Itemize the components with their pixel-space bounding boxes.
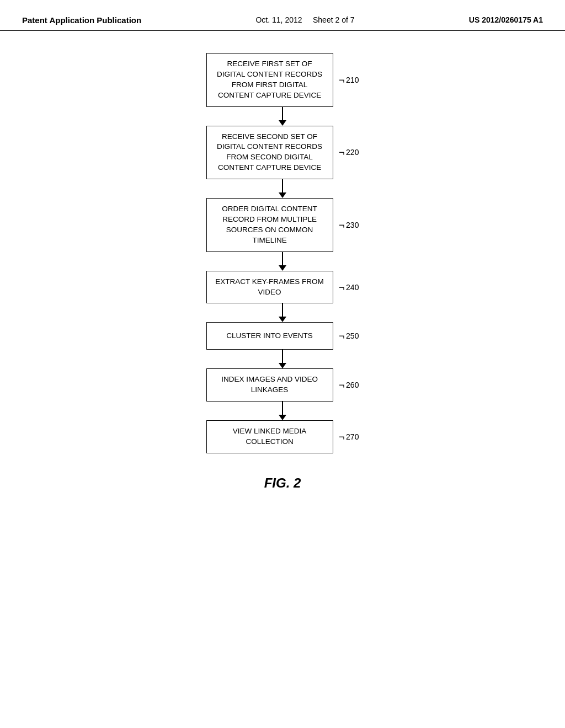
header-patent-number: US 2012/0260175 A1	[469, 15, 543, 24]
corner-mark-220: ⌐	[339, 147, 345, 157]
arrow-line-6	[282, 402, 283, 415]
arrow-head-5	[279, 363, 286, 368]
step-row-230: ORDER DIGITAL CONTENT RECORD FROM MULTIP…	[167, 198, 398, 252]
arrow-2	[279, 179, 286, 198]
step-ref-210: ⌐ 210	[339, 75, 359, 85]
corner-mark-210: ⌐	[339, 75, 345, 85]
step-ref-260: ⌐ 260	[339, 380, 359, 390]
step-row-210: RECEIVE FIRST SET OF DIGITAL CONTENT REC…	[167, 53, 398, 107]
page-header: Patent Application Publication Oct. 11, …	[0, 0, 565, 31]
diagram-area: RECEIVE FIRST SET OF DIGITAL CONTENT REC…	[0, 31, 565, 491]
header-date: Oct. 11, 2012	[255, 15, 302, 24]
arrow-1	[279, 107, 286, 126]
step-ref-250: ⌐ 250	[339, 331, 359, 341]
corner-mark-250: ⌐	[339, 331, 345, 341]
arrow-line-3	[282, 252, 283, 265]
step-row-250: CLUSTER INTO EVENTS ⌐ 250	[167, 322, 398, 350]
flowchart: RECEIVE FIRST SET OF DIGITAL CONTENT REC…	[167, 53, 398, 453]
step-ref-270: ⌐ 270	[339, 432, 359, 442]
arrow-head-2	[279, 192, 286, 198]
step-row-260: INDEX IMAGES AND VIDEO LINKAGES ⌐ 260	[167, 368, 398, 402]
step-row-220: RECEIVE SECOND SET OF DIGITAL CONTENT RE…	[167, 126, 398, 180]
step-ref-240: ⌐ 240	[339, 282, 359, 292]
figure-label: FIG. 2	[264, 475, 301, 490]
arrow-5	[279, 350, 286, 368]
arrow-head-1	[279, 120, 286, 126]
step-row-240: EXTRACT KEY-FRAMES FROM VIDEO ⌐ 240	[167, 271, 398, 304]
header-sheet: Sheet 2 of 7	[313, 15, 355, 24]
step-box-240: EXTRACT KEY-FRAMES FROM VIDEO	[206, 271, 333, 304]
arrow-line-5	[282, 350, 283, 363]
corner-mark-270: ⌐	[339, 432, 345, 442]
header-publication-label: Patent Application Publication	[22, 15, 141, 25]
figure-caption: FIG. 2	[264, 475, 301, 491]
arrow-line-1	[282, 107, 283, 120]
step-box-270: VIEW LINKED MEDIA COLLECTION	[206, 420, 333, 453]
step-row-270: VIEW LINKED MEDIA COLLECTION ⌐ 270	[167, 420, 398, 453]
step-box-220: RECEIVE SECOND SET OF DIGITAL CONTENT RE…	[206, 126, 333, 180]
step-box-250: CLUSTER INTO EVENTS	[206, 322, 333, 350]
corner-mark-230: ⌐	[339, 220, 345, 230]
arrow-head-4	[279, 317, 286, 322]
step-box-260: INDEX IMAGES AND VIDEO LINKAGES	[206, 368, 333, 402]
step-ref-230: ⌐ 230	[339, 220, 359, 230]
step-ref-220: ⌐ 220	[339, 147, 359, 157]
corner-mark-260: ⌐	[339, 380, 345, 390]
header-center-info: Oct. 11, 2012 Sheet 2 of 7	[255, 15, 354, 24]
step-box-230: ORDER DIGITAL CONTENT RECORD FROM MULTIP…	[206, 198, 333, 252]
arrow-head-6	[279, 415, 286, 420]
arrow-line-2	[282, 179, 283, 192]
arrow-6	[279, 402, 286, 420]
corner-mark-240: ⌐	[339, 282, 345, 292]
arrow-4	[279, 303, 286, 322]
arrow-3	[279, 252, 286, 271]
arrow-head-3	[279, 265, 286, 271]
arrow-line-4	[282, 303, 283, 317]
step-box-210: RECEIVE FIRST SET OF DIGITAL CONTENT REC…	[206, 53, 333, 107]
